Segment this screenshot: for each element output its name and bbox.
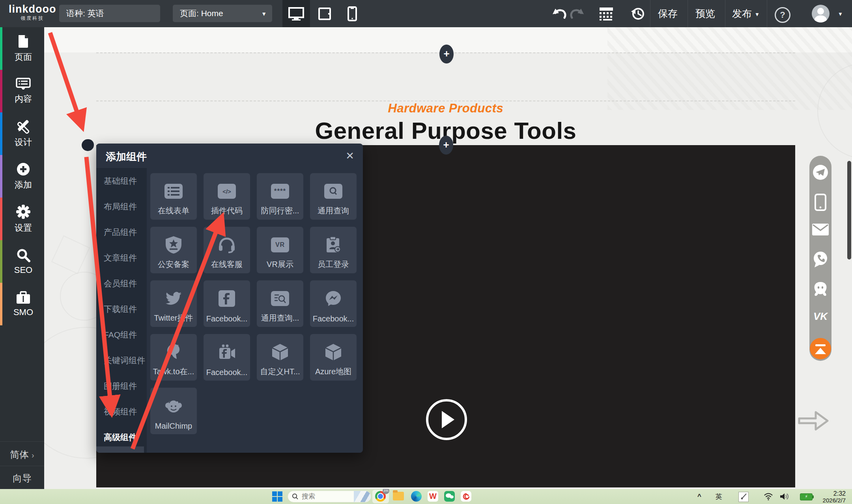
- category-faq[interactable]: FAQ组件: [96, 322, 147, 347]
- category-video[interactable]: 视频组件: [96, 399, 147, 424]
- vk-icon[interactable]: VK: [813, 310, 828, 323]
- tile-police-record[interactable]: 公安备案: [150, 227, 197, 273]
- wifi-icon[interactable]: [764, 489, 773, 504]
- tile-mailchimp[interactable]: MailChimp: [150, 388, 197, 434]
- tile-vr-display[interactable]: VR VR展示: [257, 227, 303, 273]
- sidebar-item-design[interactable]: 设计: [0, 112, 44, 155]
- volume-icon[interactable]: [779, 489, 790, 504]
- employee-login-icon: [325, 236, 342, 254]
- tile-tawkto[interactable]: Tawk.to在...: [150, 334, 197, 381]
- tile-anti-peer-password[interactable]: **** 防同行密...: [257, 173, 303, 220]
- back-to-top-button[interactable]: [810, 338, 831, 359]
- mobile-view-button[interactable]: [338, 0, 366, 27]
- tray-expand-chevron[interactable]: ^: [697, 489, 701, 504]
- sidebar-item-smo[interactable]: SMO: [0, 283, 44, 325]
- tile-messenger[interactable]: Facebook...: [310, 280, 357, 327]
- chrome-taskbar-slot[interactable]: zm: [372, 490, 389, 503]
- component-category-list: 基础组件 布局组件 产品组件 文章组件 会员组件 下载组件 FAQ组件 关键词组…: [96, 168, 147, 453]
- wps-icon[interactable]: W: [428, 491, 438, 502]
- category-article[interactable]: 文章组件: [96, 245, 147, 271]
- page-scrollbar-thumb[interactable]: [847, 161, 851, 259]
- sidebar-item-add[interactable]: 添加: [0, 155, 44, 198]
- language-selector[interactable]: 语种: 英语: [59, 5, 160, 22]
- tile-custom-html[interactable]: 自定义HT...: [257, 334, 303, 381]
- tile-facebook-video[interactable]: Facebook...: [204, 334, 250, 381]
- taskbar-search[interactable]: [288, 491, 371, 502]
- undo-button[interactable]: [552, 8, 567, 20]
- save-button[interactable]: 保存: [658, 0, 678, 27]
- search-box-image[interactable]: [354, 491, 371, 502]
- tile-azure-map[interactable]: Azure地图: [310, 334, 357, 381]
- search-input[interactable]: [301, 492, 354, 501]
- design-icon: [16, 119, 30, 134]
- sidebar-item-seo[interactable]: SEO: [0, 240, 44, 283]
- tile-online-service[interactable]: 在线客服: [204, 227, 250, 273]
- snip-tool-icon[interactable]: [738, 492, 749, 502]
- battery-icon[interactable]: ⚡: [800, 493, 813, 500]
- tile-plugin-code[interactable]: </> 插件代码: [204, 173, 250, 220]
- category-member[interactable]: 会员组件: [96, 271, 147, 296]
- desktop-icon: [288, 7, 304, 21]
- chevron-right-icon: ›: [32, 451, 34, 459]
- sidebar-item-pages[interactable]: 页面: [0, 27, 44, 70]
- help-button[interactable]: ?: [775, 7, 790, 23]
- red-spiral-app-icon[interactable]: [461, 491, 471, 502]
- history-button[interactable]: [630, 7, 645, 21]
- background-square-sketch: [51, 235, 90, 274]
- vr-icon: VR: [271, 237, 289, 252]
- redo-button[interactable]: [569, 8, 584, 20]
- add-section-button-middle[interactable]: +: [439, 136, 453, 155]
- tile-online-form[interactable]: 在线表单: [150, 173, 197, 220]
- file-explorer-icon[interactable]: [393, 492, 404, 500]
- tile-general-query-2[interactable]: 通用查询...: [257, 280, 303, 327]
- tile-facebook[interactable]: Facebook...: [204, 280, 250, 327]
- search-icon: [16, 248, 30, 262]
- play-button[interactable]: [426, 399, 467, 440]
- search-icon: [292, 493, 299, 500]
- account-menu-chevron[interactable]: ▼: [838, 11, 843, 17]
- mailchimp-icon: [164, 397, 183, 415]
- section-drag-handle[interactable]: [82, 139, 94, 151]
- tablet-icon: [318, 7, 331, 21]
- add-component-modal: 添加组件 ✕ 基础组件 布局组件 产品组件 文章组件 会员组件 下载组件 FAQ…: [96, 144, 363, 453]
- category-download[interactable]: 下载组件: [96, 296, 147, 322]
- edge-icon[interactable]: [411, 491, 422, 502]
- add-section-button-top[interactable]: +: [439, 45, 454, 63]
- email-icon[interactable]: [812, 224, 829, 235]
- category-layout[interactable]: 布局组件: [96, 194, 147, 219]
- play-icon: [442, 411, 454, 428]
- tile-employee-login[interactable]: 员工登录: [310, 227, 357, 273]
- category-basic[interactable]: 基础组件: [96, 168, 147, 194]
- wizard-link[interactable]: 向导: [0, 472, 44, 485]
- briefcase-icon: [16, 291, 31, 304]
- page-selector[interactable]: 页面: Home ▼: [173, 5, 272, 22]
- close-icon[interactable]: ✕: [346, 150, 354, 162]
- tile-general-query[interactable]: 通用查询: [310, 173, 357, 220]
- tile-twitter[interactable]: Twitter插件: [150, 280, 197, 327]
- tablet-view-button[interactable]: [311, 0, 338, 27]
- language-switch[interactable]: 简体 ›: [0, 448, 44, 461]
- category-keyword[interactable]: 关键词组件: [96, 347, 147, 373]
- wechat-icon[interactable]: [444, 491, 455, 502]
- category-product[interactable]: 产品组件: [96, 219, 147, 245]
- whatsapp-icon[interactable]: [813, 251, 828, 268]
- carousel-next-arrow[interactable]: [797, 408, 830, 433]
- category-gallery[interactable]: 图册组件: [96, 373, 147, 399]
- mobile-icon: [348, 6, 357, 21]
- desktop-view-button[interactable]: [282, 0, 310, 27]
- mobile-icon[interactable]: [814, 194, 827, 211]
- sidebar-item-content[interactable]: 内容: [0, 70, 44, 112]
- user-avatar[interactable]: [812, 5, 830, 22]
- telegram-icon[interactable]: [813, 164, 828, 180]
- grid-layout-button[interactable]: [599, 7, 614, 21]
- twitter-icon: [164, 291, 183, 306]
- publish-button[interactable]: 发布 ▼: [732, 0, 760, 27]
- sidebar-item-settings[interactable]: 设置: [0, 198, 44, 240]
- clock[interactable]: 2:32 2026/2/7: [823, 490, 846, 504]
- qq-icon[interactable]: [812, 281, 829, 297]
- ime-indicator[interactable]: 英: [716, 489, 722, 504]
- code-icon: </>: [218, 184, 236, 199]
- preview-button[interactable]: 预览: [695, 0, 715, 27]
- windows-start-button[interactable]: [272, 491, 283, 502]
- headset-icon: [218, 237, 236, 253]
